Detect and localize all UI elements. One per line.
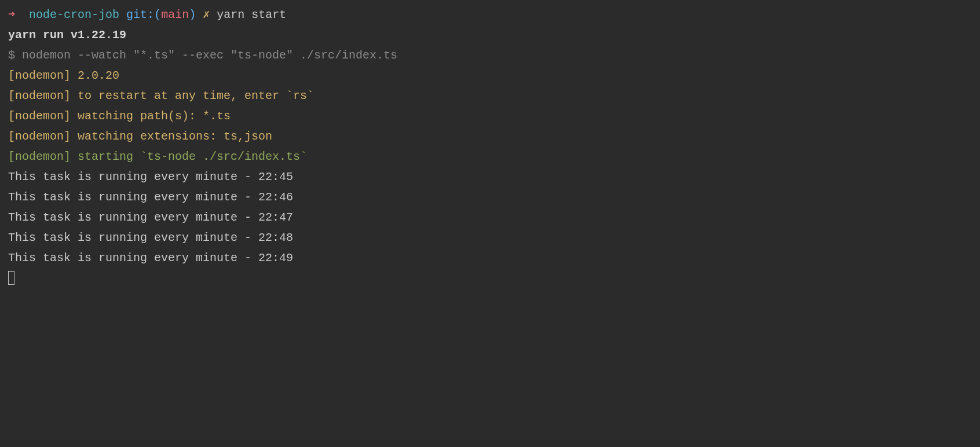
yarn-run-line: yarn run v1.22.19 [8,25,972,45]
git-label: git:( [126,8,161,21]
terminal[interactable]: ➜ node-cron-job git:(main) ✗ yarn start … [8,5,972,288]
nodemon-starting: [nodemon] starting `ts-node ./src/index.… [8,146,972,167]
cursor-line [8,268,972,288]
git-close: ) [189,8,196,21]
nodemon-watching-paths: [nodemon] watching path(s): *.ts [8,106,972,126]
output-line: This task is running every minute - 22:4… [8,167,972,187]
output-line: This task is running every minute - 22:4… [8,248,972,268]
subcommand-line: $ nodemon --watch "*.ts" --exec "ts-node… [8,45,972,65]
nodemon-restart: [nodemon] to restart at any time, enter … [8,86,972,106]
nodemon-watching-ext: [nodemon] watching extensions: ts,json [8,126,972,146]
prompt-arrow: ➜ [8,8,15,21]
nodemon-version: [nodemon] 2.0.20 [8,65,972,86]
git-dirty-icon: ✗ [203,8,210,21]
git-branch: main [161,8,189,21]
command-text: yarn start [217,8,286,21]
prompt-line: ➜ node-cron-job git:(main) ✗ yarn start [8,5,972,25]
cursor-icon [8,271,14,285]
prompt-dir: node-cron-job [29,8,119,21]
output-line: This task is running every minute - 22:4… [8,187,972,207]
output-line: This task is running every minute - 22:4… [8,228,972,248]
output-line: This task is running every minute - 22:4… [8,207,972,228]
